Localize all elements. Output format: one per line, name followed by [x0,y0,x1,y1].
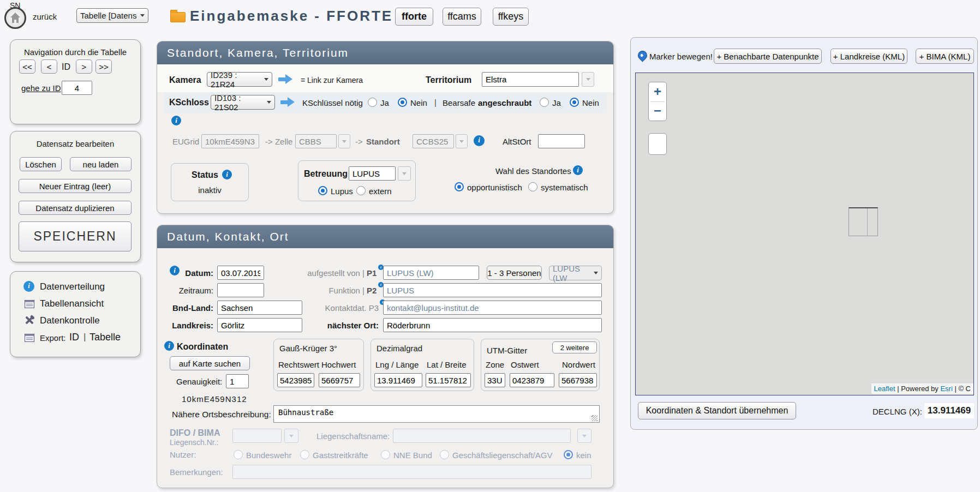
datenpunkte-button[interactable]: + Benachbarte Datenpunkte [714,49,822,64]
koordinaten-info-icon[interactable] [164,341,174,351]
bearsafe-nein-radio[interactable] [570,98,579,107]
save-button[interactable]: SPEICHERN [19,221,132,251]
zone-label: Zone [486,360,504,369]
apply-coordinates-button[interactable]: Koordinaten & Standort übernehmen [638,402,796,419]
standort-panel: Standort, Kamera, Territorium Kamera ID2… [157,41,614,214]
link-tabellenansicht[interactable]: Tabellenansicht [40,298,104,309]
wahl-info-icon[interactable] [573,165,583,175]
karte-suchen-button[interactable]: auf Karte suchen [170,356,250,370]
duplicate-button[interactable]: Datensatz duplizieren [19,201,132,215]
bima-kml-button[interactable]: + BIMA (KML) [916,49,974,64]
wahl-systematisch-radio[interactable] [528,182,537,191]
kamera-select[interactable]: ID239 : 21R24 [207,72,272,87]
zone-input[interactable] [485,373,505,387]
lng-input[interactable] [374,373,422,387]
export-table-link[interactable]: Tabelle [89,332,121,343]
landkreise-kml-button[interactable]: + Landkreise (KML) [830,49,907,64]
nav-prev-button[interactable]: < [41,59,57,74]
betreuung-box: Betreuung Lupus extern [298,160,416,201]
genauigkeit-input[interactable] [226,374,249,388]
eugrid-info-icon[interactable] [474,135,485,146]
map-canvas[interactable]: + − Leaflet | Powered by Esri | © C [635,73,974,395]
attr-tail: | © C [953,385,971,393]
app-tab-ffkeys[interactable]: ffkeys [493,8,529,26]
nordwert-input[interactable] [559,373,597,387]
gk-rechtswert-input[interactable] [277,373,314,387]
nav-last-button[interactable]: >> [95,59,112,74]
kschluessel-nein-radio[interactable] [398,98,407,107]
p2-input[interactable] [383,283,602,297]
betreuung-extern-label[interactable]: extern [369,187,392,196]
ortsbeschreibung-textarea[interactable]: Bühnaustraße [273,405,600,423]
status-info-icon[interactable] [222,170,232,179]
datum-info-icon[interactable] [170,266,180,275]
app-tab-ffcams[interactable]: ffcams [443,8,481,26]
bearsafe-label: Bearsafe [443,98,475,107]
altstort-input[interactable] [538,134,585,148]
goto-id-input[interactable] [62,81,92,95]
kschloss-link-arrow-icon[interactable] [280,97,296,107]
p1-input[interactable] [383,266,479,280]
ort-input[interactable] [383,318,602,332]
kschluessel-nein-label[interactable]: Nein [410,98,427,107]
bearsafe-ja-label[interactable]: Ja [552,98,561,107]
betreuung-extern-radio[interactable] [356,186,366,195]
export-id-link[interactable]: ID [69,332,79,343]
link-datenverteilung[interactable]: Datenverteilung [40,281,105,292]
p3-label: Kontaktdat. P3 [248,303,379,313]
wahl-systematisch-label[interactable]: systematisch [541,183,588,192]
koordinaten-label: Koordinaten [177,342,228,352]
declng-value: 13.911469 [924,403,974,418]
nutzer-nne-bund-radio [381,450,390,459]
nav-next-button[interactable]: > [76,59,92,74]
back-link[interactable]: zurück [33,12,57,21]
link-datenkontrolle[interactable]: Datenkontrolle [40,315,100,326]
table-select[interactable]: Tabelle [Datens [76,8,148,23]
territorium-input[interactable] [482,72,579,87]
betreuung-dropdown-button[interactable] [398,166,411,181]
p3-input[interactable] [383,301,602,315]
standort-panel-header: Standort, Kamera, Territorium [157,41,613,64]
ostwert-input[interactable] [510,373,554,387]
status-box: Status inaktiv [171,163,249,201]
resize-handle[interactable] [591,415,597,421]
kschloss-info-icon[interactable] [171,116,181,125]
wahl-opportunistisch-label[interactable]: opportunistisch [467,183,522,192]
betreuung-lupus-label[interactable]: Lupus [331,187,353,196]
nav-first-button[interactable]: << [19,59,35,74]
reload-button[interactable]: neu laden [70,157,132,171]
map-extra-button[interactable] [648,133,667,155]
camera-link-arrow-icon[interactable] [278,74,294,84]
weitere-button[interactable]: 2 weitere [552,341,597,353]
gk-hochwert-input[interactable] [319,373,360,387]
kschluessel-ja-label[interactable]: Ja [380,98,389,107]
zelle-label: -> Zelle [265,137,292,146]
separator-pipe: | [434,98,437,107]
bearsafe-bold-label: angeschraubt [478,98,531,107]
nordwert-label: Nordwert [562,360,595,369]
bearsafe-nein-label[interactable]: Nein [582,98,599,107]
lat-input[interactable] [426,373,471,387]
kschloss-select[interactable]: ID103 : 21S02 [211,95,275,110]
lng-label: Lng / Länge [375,360,419,369]
bearsafe-ja-radio[interactable] [540,98,549,107]
kschluessel-ja-radio[interactable] [368,98,377,107]
nutzer-nne-bund-label: NNE Bund [393,451,432,460]
zoom-in-button[interactable]: + [649,82,666,101]
app-tab-fforte[interactable]: fforte [395,8,433,26]
betreuung-lupus-radio[interactable] [318,186,327,195]
wahl-opportunistisch-radio[interactable] [455,182,464,191]
esri-link[interactable]: Esri [940,385,952,393]
territorium-dropdown-button[interactable] [582,72,594,87]
delete-button[interactable]: Löschen [20,157,62,171]
liegenschaftsname-label: Liegenschaftsname: [316,431,390,441]
zoom-out-button[interactable]: − [649,102,666,121]
nutzer-geschaeftsliegenschaft-label: Geschäftsliegenschaft/AGV [452,451,552,460]
new-entry-button[interactable]: Neuer Eintrag (leer) [19,179,132,193]
navigation-panel: Navigation durch die Tabelle << < ID > >… [10,39,141,124]
goto-id-link[interactable]: gehe zu ID [21,83,61,93]
leaflet-link[interactable]: Leaflet [874,385,895,393]
chevron-down-icon [140,14,145,17]
betreuung-input[interactable] [349,166,396,181]
home-icon[interactable] [4,7,26,29]
